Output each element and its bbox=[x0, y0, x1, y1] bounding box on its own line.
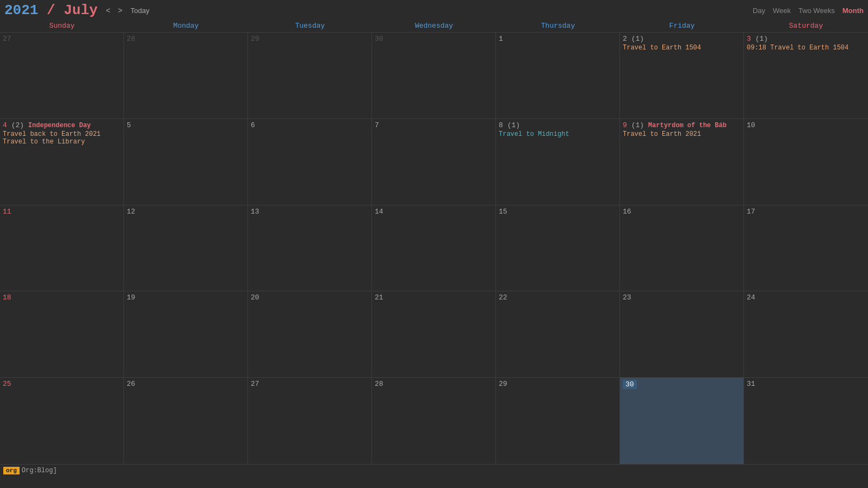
today-button[interactable]: Today bbox=[127, 5, 153, 16]
day-number: 6 bbox=[251, 121, 255, 129]
event-item[interactable]: 09:18 Travel to Earth 1504 bbox=[747, 44, 865, 52]
day-number: 28 bbox=[375, 380, 383, 388]
prev-button[interactable]: < bbox=[103, 5, 113, 16]
day-cell[interactable]: 20 bbox=[248, 291, 372, 377]
day-cell[interactable]: 11 bbox=[0, 205, 124, 291]
header-monday: Monday bbox=[124, 20, 248, 32]
day-number: 9 bbox=[623, 121, 627, 129]
day-cell[interactable]: 16 bbox=[620, 205, 744, 291]
event-item[interactable]: Travel back to Earth 2021 bbox=[3, 130, 121, 138]
calendar: Sunday Monday Tuesday Wednesday Thursday… bbox=[0, 20, 868, 464]
day-cell[interactable]: 3 (1) 09:18 Travel to Earth 1504 bbox=[744, 33, 868, 118]
day-cell[interactable]: 28 bbox=[372, 378, 496, 464]
day-cell[interactable]: 6 bbox=[248, 119, 372, 205]
day-number: 25 bbox=[3, 380, 11, 388]
day-cell[interactable]: 5 bbox=[124, 119, 248, 205]
day-number: 27 bbox=[3, 35, 11, 43]
day-cell[interactable]: 22 bbox=[496, 291, 620, 377]
event-title: Independence Day bbox=[28, 122, 91, 129]
month-label: July bbox=[64, 2, 97, 18]
day-number: 4 bbox=[3, 121, 7, 129]
day-cell[interactable]: 27 bbox=[248, 378, 372, 464]
header: 2021 / July < > Today Day Week Two Weeks… bbox=[0, 0, 868, 20]
day-cell[interactable]: 30 bbox=[372, 33, 496, 118]
event-item[interactable]: Travel to the Library bbox=[3, 138, 121, 146]
day-cell[interactable]: 18 bbox=[0, 291, 124, 377]
day-cell[interactable]: 29 bbox=[496, 378, 620, 464]
day-cell[interactable]: 12 bbox=[124, 205, 248, 291]
nav-buttons: < > Today bbox=[103, 5, 153, 16]
day-number: 1 bbox=[499, 35, 503, 43]
day-number: 23 bbox=[623, 293, 631, 302]
event-item[interactable]: Travel to Earth 2021 bbox=[623, 130, 741, 138]
day-cell[interactable]: 9 (1) Martyrdom of the Báb Travel to Ear… bbox=[620, 119, 744, 205]
day-cell[interactable]: 14 bbox=[372, 205, 496, 291]
day-cell[interactable]: 25 bbox=[0, 378, 124, 464]
day-number: 28 bbox=[127, 35, 135, 43]
header-sunday: Sunday bbox=[0, 20, 124, 32]
event-item[interactable]: Travel to Earth 1504 bbox=[623, 44, 741, 52]
week-row: 18 19 20 21 22 23 24 bbox=[0, 291, 868, 378]
day-cell[interactable]: 26 bbox=[124, 378, 248, 464]
day-cell[interactable]: 24 bbox=[744, 291, 868, 377]
day-number: 3 bbox=[747, 35, 751, 43]
day-number: 19 bbox=[127, 293, 135, 302]
week-row: 27 28 29 30 1 2 (1) Travel to Earth 1504… bbox=[0, 33, 868, 119]
day-cell[interactable]: 28 bbox=[124, 33, 248, 118]
day-cell[interactable]: 2 (1) Travel to Earth 1504 bbox=[620, 33, 744, 118]
day-number: 14 bbox=[375, 208, 383, 216]
day-number: 22 bbox=[499, 293, 507, 302]
view-week-button[interactable]: Week bbox=[773, 7, 791, 15]
day-cell[interactable]: 21 bbox=[372, 291, 496, 377]
day-number: 13 bbox=[251, 208, 259, 216]
day-cell[interactable]: 31 bbox=[744, 378, 868, 464]
event-item[interactable]: Travel to Midnight bbox=[499, 130, 617, 138]
day-cell[interactable]: 4 (2) Independence Day Travel back to Ea… bbox=[0, 119, 124, 205]
day-cell[interactable]: 17 bbox=[744, 205, 868, 291]
day-number: 15 bbox=[499, 208, 507, 216]
status-text: Org:Blog] bbox=[22, 467, 57, 474]
day-number: 12 bbox=[127, 208, 135, 216]
view-switcher: Day Week Two Weeks Month bbox=[753, 7, 864, 15]
event-count: (1) bbox=[631, 35, 644, 43]
next-button[interactable]: > bbox=[115, 5, 125, 16]
day-cell-today[interactable]: 30 bbox=[620, 378, 744, 464]
event-count: (2) bbox=[11, 121, 24, 129]
day-number: 5 bbox=[127, 121, 131, 129]
day-cell[interactable]: 8 (1) Travel to Midnight bbox=[496, 119, 620, 205]
day-cell[interactable]: 15 bbox=[496, 205, 620, 291]
day-number: 27 bbox=[251, 380, 259, 388]
slash: / bbox=[38, 2, 64, 18]
day-number: 8 bbox=[499, 121, 503, 129]
view-day-button[interactable]: Day bbox=[753, 7, 765, 15]
day-cell[interactable]: 19 bbox=[124, 291, 248, 377]
day-number: 7 bbox=[375, 121, 379, 129]
view-two-weeks-button[interactable]: Two Weeks bbox=[798, 7, 835, 15]
day-number: 11 bbox=[3, 208, 11, 216]
day-number: 29 bbox=[251, 35, 259, 43]
week-row: 4 (2) Independence Day Travel back to Ea… bbox=[0, 119, 868, 205]
day-number: 2 bbox=[623, 35, 627, 43]
header-thursday: Thursday bbox=[496, 20, 620, 32]
day-cell[interactable]: 10 bbox=[744, 119, 868, 205]
day-cell[interactable]: 29 bbox=[248, 33, 372, 118]
day-cell[interactable]: 13 bbox=[248, 205, 372, 291]
day-number-today: 30 bbox=[623, 380, 637, 389]
week-row: 11 12 13 14 15 16 17 bbox=[0, 205, 868, 292]
view-month-button[interactable]: Month bbox=[842, 7, 864, 15]
day-number: 10 bbox=[747, 121, 755, 129]
day-number: 26 bbox=[127, 380, 135, 388]
day-cell[interactable]: 7 bbox=[372, 119, 496, 205]
day-cell[interactable]: 23 bbox=[620, 291, 744, 377]
day-number: 21 bbox=[375, 293, 383, 302]
day-number: 20 bbox=[251, 293, 259, 302]
day-cell[interactable]: 1 bbox=[496, 33, 620, 118]
event-count: (1) bbox=[755, 35, 768, 43]
year-label: 2021 bbox=[4, 2, 38, 18]
week-row: 25 26 27 28 29 30 31 bbox=[0, 378, 868, 464]
day-number: 29 bbox=[499, 380, 507, 388]
day-cell[interactable]: 27 bbox=[0, 33, 124, 118]
header-friday: Friday bbox=[620, 20, 744, 32]
day-number: 17 bbox=[747, 208, 755, 216]
header-saturday: Saturday bbox=[744, 20, 868, 32]
